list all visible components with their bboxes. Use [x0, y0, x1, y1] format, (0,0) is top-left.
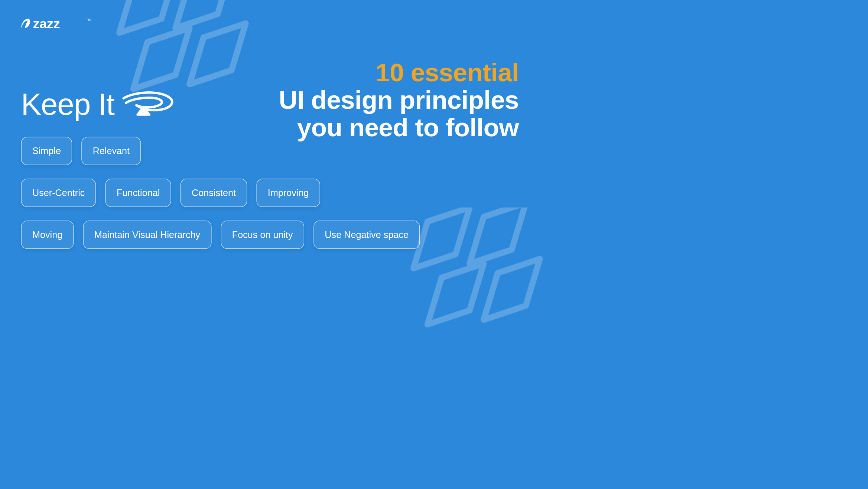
principle-pill: Improving: [256, 179, 320, 207]
keep-it-label: Keep It: [21, 87, 175, 122]
zazz-logo-icon: zazz: [20, 16, 83, 31]
principle-pill: Focus on unity: [221, 221, 304, 249]
principle-pill: Consistent: [181, 179, 247, 207]
principle-row-2: User-Centric Functional Consistent Impro…: [21, 179, 420, 207]
brand-name-text: zazz: [33, 16, 60, 31]
headline-line-2: UI design principles: [279, 86, 519, 114]
trademark-symbol: ™: [86, 18, 91, 24]
principle-pill: Simple: [21, 137, 72, 165]
headline-line-1: 10 essential: [279, 59, 519, 86]
principle-pill: Relevant: [81, 137, 141, 165]
decoration-bottom-right: [404, 208, 568, 348]
principle-row-1: Simple Relevant: [21, 137, 420, 165]
principle-pill: Maintain Visual Hierarchy: [83, 221, 212, 249]
slide-canvas: zazz ™ 10 essential UI design principles…: [0, 0, 547, 308]
principle-pill: Moving: [21, 221, 74, 249]
principle-pill: User-Centric: [21, 179, 96, 207]
principle-row-3: Moving Maintain Visual Hierarchy Focus o…: [21, 221, 420, 249]
headline-block: 10 essential UI design principles you ne…: [279, 59, 519, 141]
principle-pill: Functional: [105, 179, 171, 207]
keep-it-text: Keep It: [21, 87, 114, 122]
principle-pill: Use Negative space: [313, 221, 420, 249]
loop-arrow-icon: [121, 89, 175, 119]
principle-rows: Simple Relevant User-Centric Functional …: [21, 137, 420, 249]
brand-logo: zazz ™: [20, 16, 91, 31]
